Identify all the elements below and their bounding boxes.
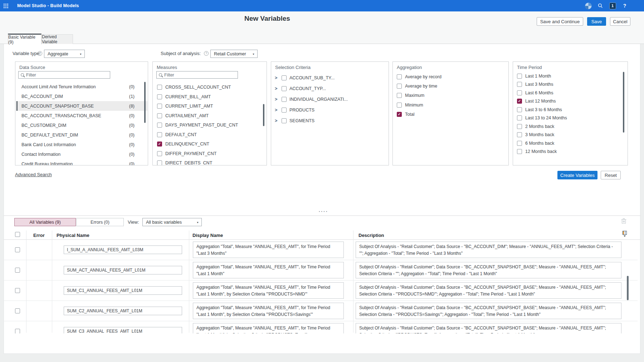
time-period-checkbox[interactable] — [517, 149, 522, 154]
delete-icon[interactable] — [621, 218, 627, 226]
selection-criteria-item[interactable]: PRODUCTS — [272, 105, 388, 115]
time-period-item[interactable]: Last 13 to 24 Months — [513, 114, 627, 123]
selection-criteria-item[interactable]: ACCOUNT_TYP... — [272, 83, 388, 94]
measure-checkbox[interactable] — [157, 104, 162, 109]
time-period-item[interactable]: Last 3 to 6 Months — [513, 105, 627, 114]
data-source-item-selected[interactable]: BC_ACCOUNT_SNAPSHOT_BASE(8) — [16, 101, 147, 111]
data-source-item[interactable]: BC_ACCOUNT_TRANSACTION_BASE(0) — [16, 111, 147, 120]
aggregation-checkbox-checked[interactable] — [397, 112, 402, 117]
measures-filter[interactable] — [156, 71, 238, 79]
time-period-checkbox-checked[interactable] — [517, 99, 522, 104]
app-launcher-icon[interactable] — [3, 3, 9, 10]
measure-item[interactable]: CROSS_SELL_ACCOUNT_CNT — [153, 83, 266, 92]
measure-checkbox[interactable] — [157, 132, 162, 137]
aggregation-checkbox[interactable] — [397, 103, 402, 108]
time-period-checkbox[interactable] — [517, 74, 522, 79]
errors-tab[interactable]: Errors (0) — [76, 218, 124, 226]
measure-item[interactable]: CURRENT_LIMIT_AMT — [153, 101, 266, 111]
aggregation-checkbox[interactable] — [397, 93, 402, 98]
save-and-continue-button[interactable]: Save and Continue — [537, 17, 583, 26]
data-source-scrollbar[interactable] — [144, 82, 146, 123]
display-name-cell[interactable]: Aggregation "Total", Measure "ANNUAL_FEE… — [193, 242, 344, 258]
expand-chevron-icon[interactable] — [275, 86, 279, 91]
display-name-cell[interactable]: Aggregation "Total", Measure "ANNUAL_FEE… — [193, 282, 344, 299]
expand-chevron-icon[interactable] — [275, 97, 279, 102]
time-period-item[interactable]: Last 12 Months — [513, 97, 627, 106]
data-source-item[interactable]: Account Limit And Tenure Information(0) — [16, 82, 147, 91]
time-period-scrollbar[interactable] — [623, 72, 624, 133]
display-name-cell[interactable]: Aggregation "Total", Measure "ANNUAL_FEE… — [193, 262, 344, 278]
selection-criteria-item[interactable]: INDIVIDUAL_ORGANIZATI... — [272, 94, 388, 105]
row-checkbox[interactable] — [15, 268, 20, 273]
data-source-item[interactable]: BC_CUSTOMER_DIM(0) — [16, 120, 147, 130]
time-period-checkbox[interactable] — [517, 124, 522, 129]
measure-checkbox[interactable] — [157, 151, 162, 156]
measure-checkbox-checked[interactable] — [157, 142, 162, 147]
time-period-item[interactable]: Last 3 Months — [513, 80, 627, 89]
aggregation-item[interactable]: Minimum — [393, 100, 508, 110]
physical-name-input[interactable] — [64, 266, 182, 274]
view-select[interactable]: All basic variables — [142, 218, 202, 226]
time-period-checkbox[interactable] — [517, 141, 522, 146]
selection-criteria-checkbox[interactable] — [282, 118, 287, 123]
measure-checkbox[interactable] — [157, 160, 162, 165]
row-checkbox[interactable] — [15, 308, 20, 313]
measures-filter-input[interactable] — [164, 73, 235, 78]
help-icon[interactable]: ? — [620, 0, 629, 11]
description-cell[interactable]: Subject Of Analysis - "Retail Customer";… — [356, 242, 621, 258]
description-cell[interactable]: Subject Of Analysis - "Retail Customer";… — [356, 323, 621, 333]
data-source-item[interactable]: BC_ACCOUNT_DIM(1) — [16, 91, 147, 101]
data-source-item[interactable]: Contact Information(0) — [16, 149, 147, 159]
time-period-checkbox[interactable] — [517, 115, 522, 120]
time-period-checkbox[interactable] — [517, 132, 522, 137]
display-name-cell[interactable]: Aggregation "Total", Measure "ANNUAL_FEE… — [193, 323, 344, 333]
row-checkbox[interactable] — [15, 329, 20, 333]
aggregation-checkbox[interactable] — [397, 74, 402, 79]
description-cell[interactable]: Subject Of Analysis - "Retail Customer";… — [356, 303, 621, 319]
time-period-item[interactable]: 6 Months back — [513, 139, 627, 148]
display-name-cell[interactable]: Aggregation "Total", Measure "ANNUAL_FEE… — [193, 303, 344, 319]
select-all-checkbox[interactable] — [15, 232, 20, 237]
save-button[interactable]: Save — [587, 17, 606, 26]
description-cell[interactable]: Subject Of Analysis - "Retail Customer";… — [356, 262, 621, 278]
time-period-checkbox[interactable] — [517, 82, 522, 87]
measure-item[interactable]: DAYS_PAYMENT_PAST_DUE_CNT — [153, 120, 266, 130]
data-source-item[interactable]: Bank Card Lost Information(0) — [16, 140, 147, 149]
measure-item[interactable]: DEFAULT_CNT — [153, 130, 266, 140]
selection-criteria-item[interactable]: ACCOUNT_SUB_TY... — [272, 73, 388, 83]
expand-chevron-icon[interactable] — [275, 75, 279, 80]
data-source-filter-input[interactable] — [26, 73, 108, 78]
physical-name-input[interactable] — [64, 307, 182, 315]
table-scrollbar[interactable] — [627, 276, 629, 300]
selection-criteria-checkbox[interactable] — [282, 108, 287, 113]
tab-basic-variable[interactable]: Basic Variable (9) — [8, 34, 42, 44]
data-source-filter[interactable] — [18, 71, 110, 79]
all-variables-tab[interactable]: All Variables (9) — [14, 218, 76, 226]
data-source-item[interactable]: BC_DEFAULT_EVENT_DIM(0) — [16, 130, 147, 140]
advanced-search-link[interactable]: Advanced Search — [15, 172, 52, 177]
create-variables-button[interactable]: Create Variables — [557, 171, 597, 179]
expand-chevron-icon[interactable] — [275, 118, 279, 123]
measure-checkbox[interactable] — [157, 113, 162, 118]
table-options-icon[interactable] — [623, 231, 627, 238]
measure-checkbox[interactable] — [157, 85, 162, 90]
row-checkbox[interactable] — [15, 288, 20, 293]
row-checkbox[interactable] — [15, 247, 20, 252]
subject-of-analysis-info-icon[interactable] — [204, 51, 209, 56]
pie-chart-icon[interactable] — [584, 0, 592, 11]
subject-of-analysis-select[interactable]: Retail Customer — [210, 50, 258, 58]
time-period-item[interactable]: Last 1 Month — [513, 72, 627, 80]
selection-criteria-checkbox[interactable] — [282, 86, 287, 91]
measure-item[interactable]: CURTAILMENT_AMT — [153, 111, 266, 121]
reset-button[interactable]: Reset — [601, 171, 621, 179]
aggregation-item[interactable]: Maximum — [393, 91, 508, 100]
time-period-item[interactable]: Last 6 Months — [513, 89, 627, 97]
aggregation-checkbox[interactable] — [397, 84, 402, 89]
aggregation-item[interactable]: Average by time — [393, 81, 508, 91]
search-icon[interactable] — [596, 0, 605, 11]
variable-type-select[interactable]: Aggregate — [44, 50, 85, 58]
measure-item[interactable]: DIRECT_DEBITS_CNT — [153, 158, 266, 165]
time-period-checkbox[interactable] — [517, 90, 522, 95]
aggregation-item[interactable]: Average by record — [393, 72, 508, 81]
notifications-badge[interactable]: 1 — [608, 0, 617, 11]
